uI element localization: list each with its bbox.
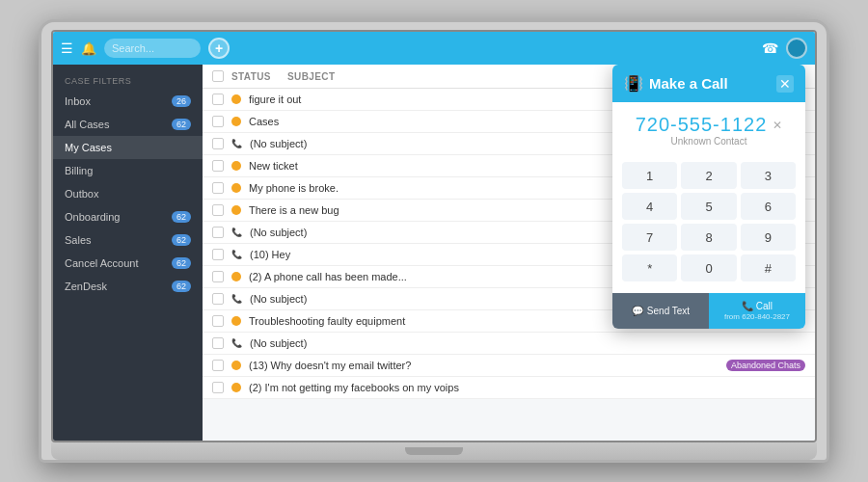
laptop-notch [405,447,463,455]
sidebar-badge-zendesk: 62 [172,281,191,292]
row-checkbox[interactable] [212,116,224,127]
dial-key-5[interactable]: 5 [681,193,736,220]
search-input[interactable] [104,39,201,58]
send-text-button[interactable]: 💬 Send Text [612,293,709,329]
row-checkbox[interactable] [212,271,224,282]
call-phone-wave-icon: 📳 [624,74,643,93]
phone-icon: 📞 [231,294,242,304]
dial-key-1[interactable]: 1 [622,162,677,189]
sidebar-item-sales[interactable]: Sales 62 [53,228,203,252]
dial-key-9[interactable]: 9 [741,224,796,251]
sidebar-label-billing: Billing [65,165,93,176]
call-number-area: 720-555-1122 ✕ Unknown Contact [612,102,805,158]
call-from-label: from 620-840-2827 [724,312,790,321]
user-avatar[interactable] [786,38,807,59]
status-dot [231,117,241,126]
phone-icon: 📞 [231,139,242,148]
call-dialog: 📳 Make a Call ✕ 720-555-1122 ✕ Unknown C… [612,65,805,329]
sidebar-badge-sales: 62 [172,234,191,246]
app-container: ☰ 🔔 + ☎ CASE FILTERS Inbox 26 [53,32,815,441]
call-phone-number: 720-555-1122 [636,114,768,136]
sidebar-badge-onboarding: 62 [172,211,191,223]
case-tag: Abandoned Chats [726,360,805,371]
sidebar-item-cancelaccount[interactable]: Cancel Account 62 [53,252,203,275]
row-checkbox[interactable] [212,337,224,349]
bell-icon[interactable]: 🔔 [81,41,96,56]
row-checkbox[interactable] [212,382,224,393]
status-dot [231,161,241,171]
case-subject: (2) I'm not getting my facebooks on my v… [249,382,805,393]
status-dot [231,94,241,104]
call-dialog-title: Make a Call [649,75,728,92]
table-row[interactable]: (2) I'm not getting my facebooks on my v… [203,377,815,399]
sidebar-item-billing[interactable]: Billing [53,159,203,182]
sidebar-item-onboarding[interactable]: Onboarding 62 [53,205,203,228]
sidebar-item-outbox[interactable]: Outbox [53,182,203,205]
call-actions: 💬 Send Text 📞 Call from 620-840-2827 [612,293,805,329]
status-dot [231,183,241,193]
phone-icon: 📞 [231,338,242,348]
sidebar-label-zendesk: ZenDesk [65,281,107,292]
add-button[interactable]: + [208,38,230,59]
table-row[interactable]: (13) Why doesn't my email twitter? Aband… [203,355,815,377]
menu-icon[interactable]: ☰ [61,40,73,56]
sidebar-item-allcases[interactable]: All Cases 62 [53,113,203,136]
case-subject: (No subject) [250,337,805,349]
row-checkbox[interactable] [212,227,224,238]
row-checkbox[interactable] [212,94,224,105]
row-checkbox[interactable] [212,160,224,172]
dial-key-7[interactable]: 7 [622,224,677,251]
select-all-checkbox[interactable] [212,70,224,82]
sidebar-item-mycases[interactable]: My Cases [53,136,203,159]
call-icon: 📞 Call [742,301,773,311]
status-dot [231,272,241,281]
send-text-label: Send Text [647,306,690,316]
topbar: ☰ 🔔 + ☎ [53,32,815,65]
call-number-row: 720-555-1122 ✕ [620,114,798,136]
row-checkbox[interactable] [212,315,224,327]
dial-key-8[interactable]: 8 [681,224,736,251]
sidebar-section-title: CASE FILTERS [53,72,203,90]
dial-key-2[interactable]: 2 [681,162,736,189]
table-row[interactable]: 📞 (No subject) [203,333,815,355]
call-header-left: 📳 Make a Call [624,74,728,93]
laptop-base [51,442,817,460]
row-checkbox[interactable] [212,360,224,371]
call-dialog-header: 📳 Make a Call ✕ [612,65,805,102]
sidebar-item-zendesk[interactable]: ZenDesk 62 [53,275,203,298]
dial-key-hash[interactable]: # [741,254,796,281]
status-dot [231,361,241,370]
sidebar-label-onboarding: Onboarding [65,211,121,223]
case-subject: figure it out [249,94,628,105]
dial-key-3[interactable]: 3 [741,162,796,189]
status-dot [231,383,241,392]
call-button[interactable]: 📞 Call from 620-840-2827 [709,293,805,329]
phone-icon: 📞 [231,228,242,237]
row-checkbox[interactable] [212,249,224,260]
sidebar-label-allcases: All Cases [65,119,109,130]
case-subject: (13) Why doesn't my email twitter? [249,360,719,371]
dialpad: 1 2 3 4 5 6 7 8 9 * 0 # [612,158,805,285]
call-clear-button[interactable]: ✕ [773,119,782,132]
status-dot [231,316,241,326]
main-content: CASE FILTERS Inbox 26 All Cases 62 My Ca… [53,65,815,441]
phone-icon: 📞 [231,250,242,259]
call-close-button[interactable]: ✕ [776,75,794,93]
row-checkbox[interactable] [212,204,224,216]
sidebar-label-mycases: My Cases [65,142,112,153]
sidebar-label-inbox: Inbox [65,95,91,107]
sidebar-label-cancelaccount: Cancel Account [65,257,138,269]
sidebar: CASE FILTERS Inbox 26 All Cases 62 My Ca… [53,65,203,441]
dial-key-star[interactable]: * [622,254,677,281]
sidebar-label-sales: Sales [65,234,92,246]
row-checkbox[interactable] [212,182,224,194]
dial-key-4[interactable]: 4 [622,193,677,220]
row-checkbox[interactable] [212,293,224,305]
sidebar-badge-cancelaccount: 62 [172,257,191,269]
call-label: Call [756,301,773,311]
row-checkbox[interactable] [212,138,224,149]
sidebar-item-inbox[interactable]: Inbox 26 [53,90,203,113]
dial-key-6[interactable]: 6 [741,193,796,220]
topbar-phone-icon[interactable]: ☎ [762,40,778,56]
dial-key-0[interactable]: 0 [681,254,736,281]
